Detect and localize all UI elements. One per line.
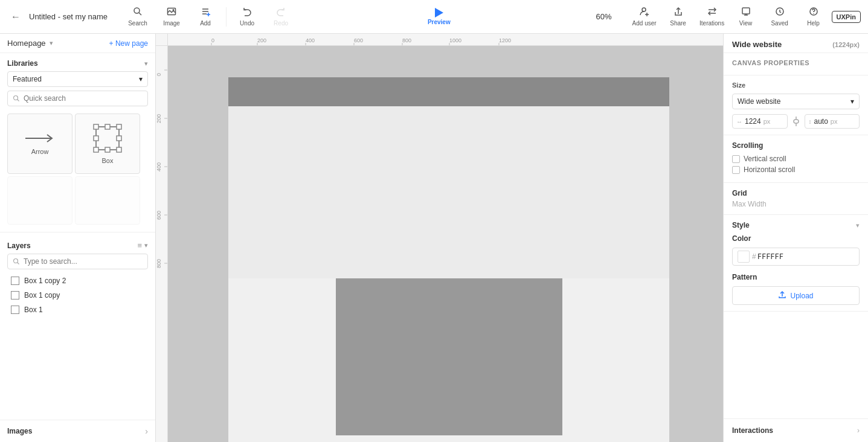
canvas-center-box[interactable]	[336, 278, 562, 435]
view-button[interactable]: View	[730, 4, 762, 30]
view-label: View	[739, 20, 753, 27]
new-page-button[interactable]: + New page	[109, 39, 148, 48]
layer-item-icon	[11, 277, 19, 285]
share-icon	[674, 7, 683, 19]
library-item-box-label: Box	[102, 157, 114, 164]
svg-text:800: 800	[156, 259, 162, 268]
page-header: Homepage ▾ + New page	[0, 34, 155, 53]
canvas-content	[168, 46, 723, 442]
upload-button[interactable]: Upload	[732, 286, 860, 305]
size-dropdown-value: Wide website	[738, 97, 780, 106]
size-section: Size Wide website ▾ ↔ 1224 px ↕ auto px	[724, 75, 868, 135]
layer-item[interactable]: Box 1 copy	[7, 289, 148, 302]
tool-group: Search Image Add Undo Redo	[122, 4, 297, 30]
library-search-input[interactable]	[24, 94, 143, 103]
interactions-bar[interactable]: Interactions ›	[724, 418, 868, 442]
iterations-button[interactable]: Iterations	[696, 4, 728, 30]
interactions-title: Interactions	[732, 426, 773, 435]
undo-label: Undo	[240, 20, 254, 27]
svg-text:200: 200	[156, 114, 162, 123]
horizontal-scroll-checkbox[interactable]	[732, 166, 740, 174]
svg-rect-63	[794, 120, 799, 123]
chain-icon	[791, 117, 801, 126]
vertical-scroll-checkbox[interactable]	[732, 155, 740, 163]
layer-item-icon	[11, 291, 19, 299]
redo-button[interactable]: Redo	[265, 4, 297, 30]
canvas-light-section[interactable]	[228, 106, 669, 278]
color-value: FFFFFF	[757, 252, 783, 261]
images-section[interactable]: Images ›	[0, 420, 155, 442]
width-input[interactable]: ↔ 1224 px	[732, 114, 788, 129]
canvas-center-area[interactable]	[228, 278, 669, 442]
size-dropdown[interactable]: Wide website ▾	[732, 94, 860, 109]
layer-list: Box 1 copy 2 Box 1 copy Box 1	[0, 274, 155, 316]
add-user-button[interactable]: Add user	[629, 4, 660, 30]
toolbar-center: Preview	[297, 8, 582, 25]
upload-label: Upload	[790, 292, 813, 300]
redo-icon	[276, 7, 286, 19]
help-label: Help	[807, 20, 820, 27]
image-tool[interactable]: Image	[156, 4, 187, 30]
add-tool[interactable]: Add	[190, 4, 221, 30]
layers-sort-icon[interactable]: ≡	[137, 241, 142, 250]
scrolling-title: Scrolling	[732, 141, 860, 150]
library-search-bar[interactable]	[7, 91, 148, 106]
svg-text:0: 0	[156, 73, 162, 76]
height-input[interactable]: ↕ auto px	[805, 114, 860, 129]
box-icon	[92, 123, 123, 153]
horizontal-scroll-label: Horizontal scroll	[744, 165, 795, 174]
libraries-toggle-icon[interactable]: ▾	[144, 60, 148, 68]
featured-dropdown[interactable]: Featured ▾	[7, 71, 148, 87]
uxpin-badge[interactable]: UXPin	[832, 11, 861, 23]
preview-button[interactable]: Preview	[428, 8, 451, 25]
canvas-top-bar[interactable]	[228, 77, 669, 106]
featured-label: Featured	[13, 75, 42, 83]
svg-point-0	[134, 8, 140, 13]
library-item-extra1[interactable]	[7, 176, 72, 225]
layers-toggle-icon[interactable]: ▾	[144, 242, 148, 249]
svg-rect-31	[94, 136, 98, 141]
library-grid: Arrow	[0, 111, 155, 227]
vertical-scroll-label: Vertical scroll	[744, 155, 786, 163]
share-button[interactable]: Share	[663, 4, 694, 30]
main-layout: Homepage ▾ + New page Libraries ▾ Featur…	[0, 34, 868, 442]
color-swatch[interactable]	[738, 251, 750, 263]
layer-search-input[interactable]	[24, 257, 143, 266]
layer-item[interactable]: Box 1 copy 2	[7, 274, 148, 287]
svg-point-20	[813, 13, 814, 14]
style-title: Style	[732, 221, 750, 229]
search-tool-label: Search	[128, 20, 147, 27]
svg-rect-27	[94, 147, 98, 152]
vertical-scroll-row[interactable]: Vertical scroll	[732, 155, 860, 163]
grid-section: Grid Max Width	[724, 183, 868, 215]
search-tool[interactable]: Search	[122, 4, 153, 30]
horizontal-scroll-row[interactable]: Horizontal scroll	[732, 165, 860, 174]
library-item-arrow[interactable]: Arrow	[7, 114, 72, 174]
layer-search-bar[interactable]	[7, 254, 148, 269]
wide-website-label: Wide website	[732, 40, 782, 49]
wide-website-row: Wide website (1224px)	[732, 40, 860, 49]
undo-button[interactable]: Undo	[231, 4, 263, 30]
library-item-extra2[interactable]	[75, 176, 140, 225]
svg-point-21	[14, 96, 18, 100]
layer-item[interactable]: Box 1	[7, 303, 148, 316]
saved-button[interactable]: Saved	[764, 4, 796, 30]
dimension-row: ↔ 1224 px ↕ auto px	[732, 114, 860, 129]
color-field[interactable]: # FFFFFF	[732, 248, 860, 266]
search-icon	[133, 7, 143, 19]
page-name-group[interactable]: Homepage ▾	[7, 39, 53, 48]
svg-rect-25	[94, 124, 98, 129]
project-title: Untitled - set my name	[29, 12, 108, 21]
style-toggle-icon[interactable]: ▾	[856, 222, 860, 229]
images-title: Images	[7, 427, 32, 435]
style-header: Style ▾	[732, 221, 860, 229]
canvas-area[interactable]: 0 200 400 600 800 1000 1200	[156, 34, 723, 442]
svg-text:600: 600	[156, 211, 162, 220]
svg-rect-29	[105, 124, 110, 129]
back-button[interactable]: ←	[7, 8, 24, 25]
help-button[interactable]: Help	[798, 4, 829, 30]
layer-search-icon	[13, 258, 20, 265]
library-item-box[interactable]: Box	[75, 114, 140, 174]
page-frame[interactable]	[228, 77, 669, 442]
ruler-v-svg: 0 200 400 600 800	[156, 46, 168, 442]
